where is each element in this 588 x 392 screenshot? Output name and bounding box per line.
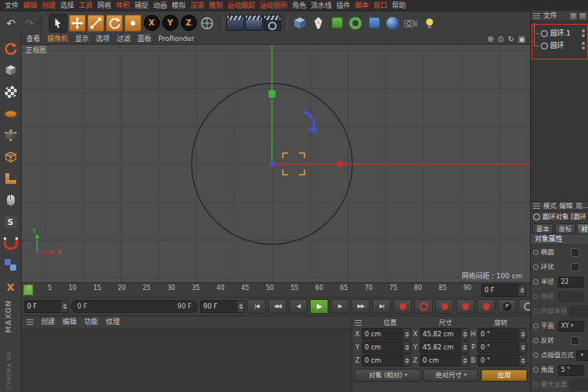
ring-checkbox[interactable] [571,263,580,271]
tab-coordinates[interactable]: 坐标 [555,223,576,234]
menu-select[interactable]: 选择 [58,2,76,9]
menu-character[interactable]: 角色 [290,2,308,9]
size-y-value[interactable]: 45.82 cm [420,344,461,351]
start-frame-field[interactable]: 0 F [24,300,69,313]
material-menu-edit[interactable]: 编辑 [63,319,76,326]
vp-menu-display[interactable]: 显示 [75,36,89,43]
position-x-field[interactable]: 0 cm [362,328,411,340]
x-axis-lock-button[interactable]: X [143,15,160,32]
object-row-circle1[interactable]: 圆环.1 [531,27,588,39]
start-frame-stepper[interactable] [60,301,68,312]
goto-start-button[interactable]: |◀ [247,299,266,314]
menu-help[interactable]: 帮助 [389,2,408,9]
menu-burger-icon[interactable] [533,203,540,209]
object-origin[interactable] [270,162,274,166]
timeline-ruler[interactable]: 0 5 10 15 20 25 30 35 40 45 50 55 60 65 … [22,282,530,297]
am-menu-mode[interactable]: 模式 [543,203,556,210]
redo-icon[interactable]: ↷ [21,15,38,32]
volume-builder-button[interactable] [347,15,364,32]
vp-menu-filter[interactable]: 过滤 [117,36,131,43]
next-key-button[interactable]: ▶▶ [352,299,370,314]
viewport-solo-icon[interactable] [3,257,19,273]
y-axis-handle[interactable] [269,90,276,97]
size-z-value[interactable]: 0 cm [420,357,461,364]
render-settings-button[interactable] [263,15,280,32]
record-rotation-toggle[interactable] [477,299,495,314]
texture-mode-icon[interactable] [3,84,19,100]
polygons-mode-icon[interactable] [3,171,19,186]
size-z-field[interactable]: 0 cm [420,354,469,366]
rotation-h-value[interactable]: 0 ° [478,331,518,338]
previous-frame-button[interactable]: ◀ [289,299,308,314]
cube-primitive-button[interactable] [291,15,308,32]
toggle-views-icon[interactable]: ▣ [518,36,525,43]
menu-file[interactable]: 文件 [2,2,21,9]
editor-visibility-dot[interactable] [582,29,585,32]
radius-input[interactable]: 22 [558,277,584,288]
next-frame-button[interactable]: ▶ [331,299,349,314]
menu-mograph[interactable]: 运动图形 [257,2,290,9]
keyframe-dot-icon[interactable] [533,323,539,329]
menu-create[interactable]: 创建 [39,2,58,9]
menu-snap[interactable]: 捕捉 [132,2,151,9]
stepper[interactable] [403,329,410,339]
stepper[interactable] [461,342,468,353]
om-menu-file[interactable]: 文件 [543,12,557,19]
points-mode-icon[interactable] [3,128,19,143]
position-y-field[interactable]: 0 cm [362,341,411,353]
stepper[interactable] [403,355,410,366]
axis-mode-icon[interactable]: X [3,279,19,295]
keyframe-dot-icon[interactable] [533,367,539,373]
size-mode-dropdown[interactable]: 绝对尺寸▾ [423,369,478,382]
apply-button[interactable]: 应用 [481,369,528,382]
record-position-toggle[interactable] [435,299,454,314]
bend-deformer-button[interactable] [365,15,382,32]
stepper[interactable] [461,329,468,339]
ellipse-checkbox[interactable] [571,248,580,257]
record-keyframe-button[interactable] [393,299,412,314]
snap-magnet-icon[interactable] [3,236,19,251]
rotation-p-value[interactable]: 0 ° [478,344,518,351]
rotate-tool[interactable] [106,15,123,32]
z-axis-lock-button[interactable]: Z [180,15,197,32]
rotation-b-value[interactable]: 0 ° [478,357,518,364]
scale-tool[interactable] [87,15,104,32]
keyframe-dot-icon[interactable] [533,264,539,270]
object-properties-section[interactable]: 对象属性 [531,234,588,245]
vp-menu-view[interactable]: 查看 [26,36,40,43]
editor-visibility-dot[interactable] [582,42,585,45]
frame-stepper[interactable] [518,285,525,296]
plane-dropdown[interactable]: XY▾ [558,321,584,332]
tweak-mode-icon[interactable] [3,193,19,208]
keyframe-dot-icon[interactable] [533,279,539,285]
stepper[interactable] [518,329,526,339]
current-frame-value[interactable]: 0 F [482,287,518,294]
menu-render[interactable]: 渲染 [188,2,206,9]
am-menu-edit[interactable]: 编辑 [559,203,573,210]
menu-burger-icon[interactable] [26,319,33,325]
menu-pipeline[interactable]: 流水线 [308,2,334,9]
material-menu-function[interactable]: 功能 [84,319,98,326]
render-visibility-dot[interactable] [582,46,585,49]
render-view-button[interactable] [226,15,243,32]
keyframe-dot-icon[interactable] [533,250,539,255]
goto-end-button[interactable]: ▶| [372,299,391,314]
record-scale-toggle[interactable] [456,299,474,314]
end-frame-stepper[interactable] [236,301,244,312]
menu-mesh[interactable]: 网格 [95,2,114,9]
size-x-value[interactable]: 45.82 cm [420,331,461,338]
reverse-checkbox[interactable] [571,336,580,345]
stepper[interactable] [518,355,526,366]
soft-selection-icon[interactable]: S [3,214,19,230]
tab-basic[interactable]: 基本 [532,223,553,234]
end-frame-value[interactable]: 90 F [201,303,236,310]
last-tool[interactable] [124,15,141,32]
start-frame-value[interactable]: 0 F [25,303,60,310]
convert-editable-icon[interactable] [3,41,19,56]
menu-plugins[interactable]: 插件 [334,2,352,9]
edges-mode-icon[interactable] [3,149,19,165]
undo-icon[interactable]: ↶ [2,15,19,32]
menu-motion-tracker[interactable]: 运动跟踪 [225,2,257,9]
rotate-view-icon[interactable]: ↻ [508,36,514,43]
menu-window[interactable]: 窗口 [371,2,389,9]
